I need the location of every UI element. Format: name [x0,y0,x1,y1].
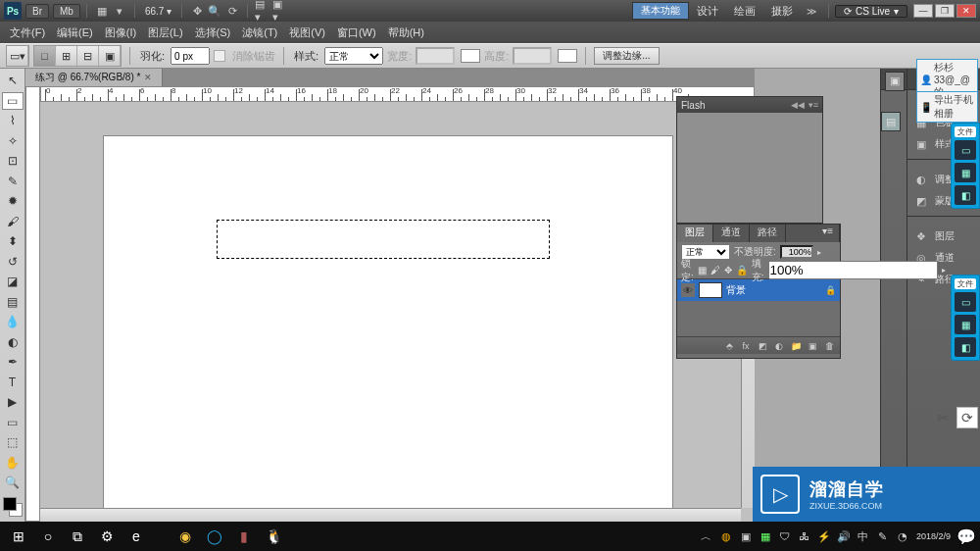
taskbar-edge-icon[interactable]: e [122,524,151,549]
view-dropdown-icon[interactable]: ▾ [112,3,127,19]
horizontal-scrollbar[interactable] [40,508,741,522]
fill-input[interactable] [768,261,938,279]
menu-edit[interactable]: 编辑(E) [51,25,99,40]
mini-panel-icon[interactable]: ▭ [955,140,976,160]
canvas-area[interactable] [40,102,755,522]
layer-thumbnail[interactable] [699,282,722,298]
arrange-docs-icon[interactable]: ▤ ▾ [255,3,270,19]
gradient-tool[interactable]: ▤ [2,293,24,312]
menu-help[interactable]: 帮助(H) [382,25,430,40]
new-layer-icon[interactable]: ▣ [806,339,819,353]
selection-intersect-icon[interactable]: ▣ [99,46,121,66]
document-tab[interactable]: 练习 @ 66.7%(RGB/8) * ✕ [25,69,163,86]
hand-tool[interactable]: ✋ [2,454,24,473]
healing-brush-tool[interactable]: ✹ [2,192,24,211]
taskbar-clock[interactable]: 2018/2/9 [910,531,956,542]
panel-collapse-icon[interactable]: ◀◀ [791,100,805,110]
taskbar-app-icon[interactable]: ⚙ [92,524,122,549]
window-restore-button[interactable]: ❐ [935,4,955,18]
tray-icon[interactable]: 🛡 [777,528,793,544]
rotate-view-icon[interactable]: ⟳ [224,3,240,19]
group-layers-icon[interactable]: 📁 [789,339,803,353]
eyedropper-tool[interactable]: ✎ [2,173,24,191]
layer-visibility-icon[interactable]: 👁 [681,283,695,297]
mini-panel-icon[interactable]: ▦ [955,163,976,182]
histogram-icon[interactable]: ▤ [881,112,901,131]
lasso-tool[interactable]: ⌇ [2,112,24,130]
task-view-icon[interactable]: ⧉ [63,524,92,549]
mini-panel-icon[interactable]: ▦ [955,315,976,334]
crop-tool[interactable]: ⊡ [2,152,24,171]
link-layers-icon[interactable]: ⬘ [722,339,736,353]
type-tool[interactable]: T [2,374,24,392]
taskbar-app-icon[interactable]: ▮ [229,524,259,549]
delete-layer-icon[interactable]: 🗑 [822,339,836,353]
hand-tool-icon[interactable]: ✥ [189,3,205,19]
brush-tool[interactable]: 🖌 [2,213,24,231]
workspace-design-tab[interactable]: 设计 [689,3,726,20]
layer-fx-icon[interactable]: fx [739,339,753,353]
cortana-icon[interactable]: ○ [33,524,63,549]
window-close-button[interactable]: ✕ [956,4,976,18]
workspace-more-icon[interactable]: ≫ [807,6,816,17]
layer-name-label[interactable]: 背景 [726,283,746,297]
lock-transparent-icon[interactable]: ▦ [698,265,707,276]
layer-mask-icon[interactable]: ◩ [756,339,769,353]
ruler-horizontal[interactable]: 0246810121416182022242628303234363840 [40,86,755,102]
tray-network-icon[interactable]: 🖧 [797,528,812,544]
workspace-painting-tab[interactable]: 绘画 [726,3,763,20]
lock-position-icon[interactable]: ✥ [724,265,732,276]
tray-icon[interactable]: ◔ [895,528,910,544]
shape-tool[interactable]: ▭ [2,414,24,432]
zoom-tool-icon[interactable]: 🔍 [207,3,222,19]
lock-pixels-icon[interactable]: 🖌 [710,265,720,276]
menu-layer[interactable]: 图层(L) [142,25,188,40]
tray-battery-icon[interactable]: ⚡ [816,528,832,544]
panel-menu-icon[interactable]: ▾≡ [816,225,840,242]
scissors-icon[interactable]: ✄ [937,410,949,426]
panel-collapse-icon[interactable]: ▣ [885,72,905,91]
path-select-tool[interactable]: ▶ [2,393,24,412]
mini-panel-icon[interactable]: ▭ [955,292,976,312]
3d-tool[interactable]: ⬚ [2,433,24,452]
ruler-vertical[interactable] [25,86,40,522]
taskbar-app-icon[interactable]: ◉ [171,524,200,549]
tray-icon[interactable]: ▦ [758,528,773,544]
marquee-selection[interactable] [217,220,550,259]
opacity-input[interactable] [780,245,813,259]
screen-mode-icon[interactable]: ▣ ▾ [272,3,288,19]
zoom-value[interactable]: 66.7 ▾ [145,6,172,17]
zoom-tool[interactable]: 🔍 [2,474,24,492]
cslive-button[interactable]: ⟳CS Live▾ [835,5,907,18]
canvas[interactable] [104,136,672,509]
channels-tab[interactable]: 通道 [713,225,750,242]
selection-tool-preset[interactable]: ▭▾ [7,46,28,66]
menu-image[interactable]: 图像(I) [99,25,142,40]
foreground-color-swatch[interactable] [3,497,17,511]
marquee-tool[interactable]: ▭ [2,92,24,111]
menu-filter[interactable]: 滤镜(T) [236,25,283,40]
menu-file[interactable]: 文件(F) [4,25,51,40]
export-phone-chip[interactable]: 📱 导出手机相册 [916,91,978,123]
tray-icon[interactable]: ◍ [718,528,734,544]
workspace-photography-tab[interactable]: 摄影 [763,3,801,20]
clone-stamp-tool[interactable]: ⬍ [2,232,24,251]
menu-window[interactable]: 窗口(W) [331,25,382,40]
close-icon[interactable]: ✕ [144,73,152,82]
window-minimize-button[interactable]: — [913,4,933,18]
selection-new-icon[interactable]: □ [34,46,56,66]
panel-menu-icon[interactable]: ▾≡ [808,100,818,110]
view-extras-icon[interactable]: ▦ [94,3,110,19]
quick-select-tool[interactable]: ✧ [2,132,24,151]
taskbar-app-icon[interactable]: ◯ [200,524,229,549]
mini-panel-icon[interactable]: ◧ [955,185,976,205]
color-swatches[interactable] [0,497,24,523]
pen-tool[interactable]: ✒ [2,353,24,372]
mini-panel-icon[interactable]: ◧ [955,337,976,357]
start-button[interactable]: ⊞ [4,524,33,549]
menu-view[interactable]: 视图(V) [283,25,331,40]
lock-all-icon[interactable]: 🔒 [736,265,748,276]
refine-edge-button[interactable]: 调整边缘... [594,47,659,65]
workspace-essentials-button[interactable]: 基本功能 [632,2,689,20]
mini-bridge-button[interactable]: Mb [53,4,80,19]
